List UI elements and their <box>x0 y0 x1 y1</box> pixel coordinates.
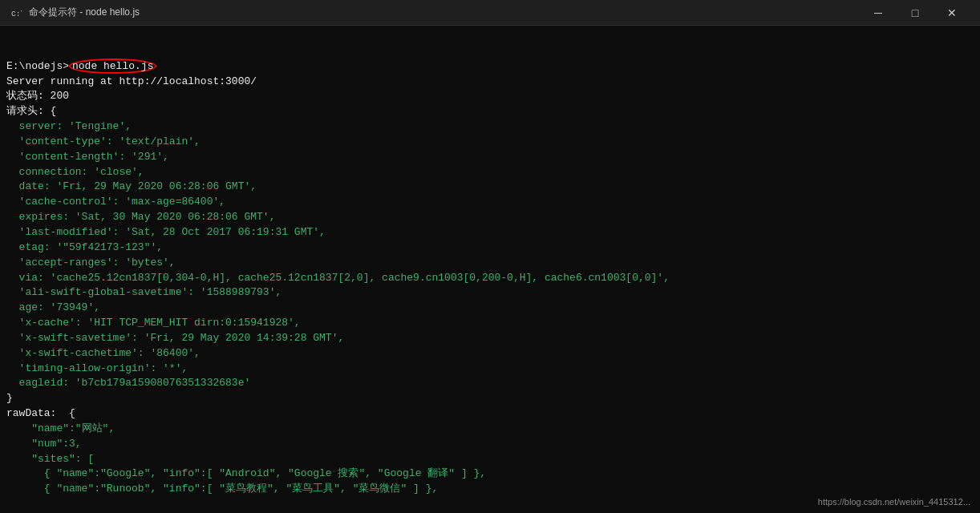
svg-text:C:\: C:\ <box>11 10 22 18</box>
highlighted-command: node hello.js <box>69 59 156 74</box>
cmd-window: C:\ 命令提示符 - node hello.js ─ □ ✕ E:\nodej… <box>0 0 980 513</box>
header-x-cache: 'x-cache': 'HIT TCP_MEM_HIT dirn:0:15941… <box>6 317 301 329</box>
header-eagleid: eagleid: 'b7cb179a15908076351332683e' <box>6 377 250 389</box>
server-line: Server running at http://localhost:3000/ <box>6 75 257 87</box>
terminal-body[interactable]: E:\nodejs>node hello.js Server running a… <box>0 26 980 513</box>
window-title: 命令提示符 - node hello.js <box>29 6 860 19</box>
rawdata-label: rawData: { <box>6 407 75 419</box>
rawdata-name: "name":"网站", <box>6 422 115 434</box>
header-date: date: 'Fri, 29 May 2020 06:28:06 GMT', <box>6 180 257 192</box>
header-x-swift-cachetime: 'x-swift-cachetime': '86400', <box>6 347 200 359</box>
headers-label: 请求头: { <box>6 105 56 117</box>
header-x-swift-savetime: 'x-swift-savetime': 'Fri, 29 May 2020 14… <box>6 332 344 344</box>
header-age: age: '73949', <box>6 301 100 313</box>
header-timing-allow: 'timing-allow-origin': '*', <box>6 362 188 374</box>
header-content-length: 'content-length': '291', <box>6 151 169 163</box>
header-accept-ranges: 'accept-ranges': 'bytes', <box>6 256 176 269</box>
header-connection: connection: 'close', <box>6 166 144 178</box>
rawdata-sites-label: "sites": [ <box>6 453 94 465</box>
header-etag: etag: '"59f42173-123"', <box>6 241 163 253</box>
title-bar: C:\ 命令提示符 - node hello.js ─ □ ✕ <box>0 0 980 26</box>
cmd-icon: C:\ <box>10 6 22 19</box>
close-button[interactable]: ✕ <box>933 0 970 26</box>
header-via: via: 'cache25.12cn1837[0,304-0,H], cache… <box>6 272 670 284</box>
rawdata-runoob: { "name":"Runoob", "info":[ "菜鸟教程", "菜鸟工… <box>6 483 438 495</box>
header-expires: expires: 'Sat, 30 May 2020 06:28:06 GMT'… <box>6 211 275 223</box>
prompt-line: E:\nodejs>node hello.js <box>6 59 156 74</box>
header-cache-control: 'cache-control': 'max-age=86400', <box>6 196 225 208</box>
headers-close: } <box>6 392 13 404</box>
terminal-content: E:\nodejs>node hello.js Server running a… <box>6 29 974 512</box>
rawdata-google: { "name":"Google", "info":[ "Android", "… <box>6 467 486 479</box>
header-server: server: 'Tengine', <box>6 120 132 132</box>
rawdata-num: "num":3, <box>6 438 82 450</box>
maximize-button[interactable]: □ <box>897 0 933 26</box>
header-ali-swift: 'ali-swift-global-savetime': '1588989793… <box>6 286 281 298</box>
header-last-modified: 'last-modified': 'Sat, 28 Oct 2017 06:19… <box>6 226 326 238</box>
header-content-type: 'content-type': 'text/plain', <box>6 135 200 147</box>
watermark: https://blog.csdn.net/weixin_4415312... <box>818 497 970 507</box>
window-controls: ─ □ ✕ <box>860 0 970 26</box>
minimize-button[interactable]: ─ <box>860 0 897 26</box>
status-line: 状态码: 200 <box>6 90 69 102</box>
